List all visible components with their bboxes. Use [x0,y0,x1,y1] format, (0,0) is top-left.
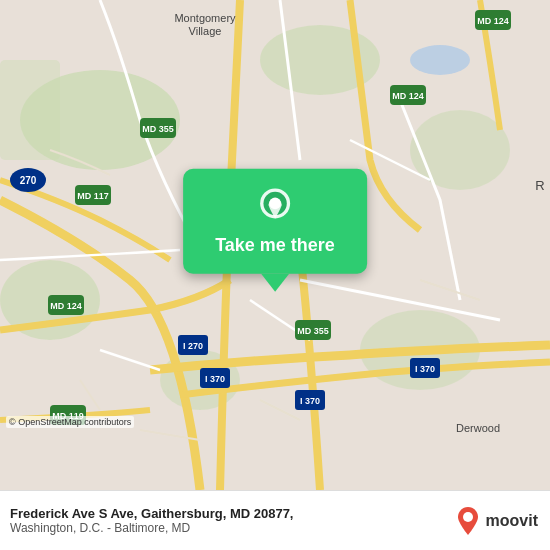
svg-text:MD 117: MD 117 [77,191,109,201]
svg-text:Montgomery: Montgomery [174,12,236,24]
svg-text:MD 355: MD 355 [142,124,174,134]
footer-address: Frederick Ave S Ave, Gaithersburg, MD 20… [10,506,293,521]
moovit-logo: moovit [454,505,538,537]
location-pin-icon [255,187,295,227]
svg-text:I 370: I 370 [205,374,225,384]
svg-point-8 [410,45,470,75]
svg-point-40 [463,512,473,522]
osm-attribution-text: © OpenStreetMap contributors [9,417,131,427]
svg-text:270: 270 [20,175,37,186]
svg-text:Derwood: Derwood [456,422,500,434]
svg-text:I 370: I 370 [300,396,320,406]
footer-left: Frederick Ave S Ave, Gaithersburg, MD 20… [10,506,293,535]
svg-text:MD 124: MD 124 [477,16,509,26]
svg-text:MD 124: MD 124 [50,301,82,311]
svg-text:I 270: I 270 [183,341,203,351]
svg-text:R: R [535,178,544,193]
take-me-there-button[interactable]: Take me there [215,235,335,256]
map-container: MD 124 MD 124 MD 355 MD 117 MD 124 MD 11… [0,0,550,490]
popup-overlay: Take me there [183,169,367,292]
moovit-brand-icon [454,505,482,537]
svg-text:MD 355: MD 355 [297,326,329,336]
footer-region: Washington, D.C. - Baltimore, MD [10,521,293,535]
moovit-logo-text: moovit [486,512,538,530]
svg-text:I 370: I 370 [415,364,435,374]
svg-rect-7 [0,60,60,160]
svg-text:MD 124: MD 124 [392,91,424,101]
osm-attribution: © OpenStreetMap contributors [6,416,134,428]
popup-box: Take me there [183,169,367,274]
svg-text:Village: Village [189,25,222,37]
popup-arrow [261,274,289,292]
footer: Frederick Ave S Ave, Gaithersburg, MD 20… [0,490,550,550]
